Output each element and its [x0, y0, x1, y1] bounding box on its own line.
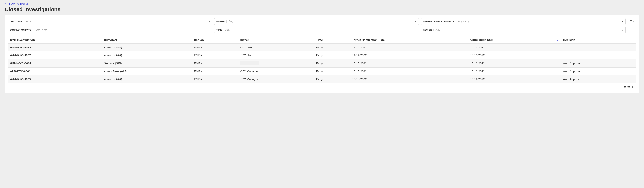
completion-date-cell: 10/12/2022	[468, 75, 561, 83]
time-cell: Early	[314, 75, 350, 83]
table-row: ALB-KYC-0001Almas Bank (ALB)EMEAKYC Mana…	[8, 68, 636, 75]
filter-completion-date[interactable]: COMPLETION DATE Any - Any ▼	[8, 27, 212, 33]
time-cell: Early	[314, 68, 350, 75]
chevron-down-icon: ▼	[208, 29, 210, 31]
decision-cell	[561, 51, 636, 59]
decision-cell	[561, 44, 636, 51]
column-header-completion-date[interactable]: Completion Date ↓	[468, 36, 561, 44]
target-completion-date-cell: 11/12/2022	[350, 51, 468, 59]
filter-owner-value: Any	[228, 20, 415, 23]
filter-target-completion-date-label: TARGET COMPLETION DATE	[423, 20, 456, 22]
owner-cell: KYC User	[238, 44, 314, 51]
filter-time-label: TIME	[216, 29, 224, 31]
customer-link[interactable]: Almach (AAA)	[102, 75, 192, 83]
table-footer: 5 items	[8, 83, 636, 90]
kyc-investigation-link[interactable]: AAA-KYC-0007	[8, 51, 102, 59]
column-header-target-completion-date[interactable]: Target Completion Date	[350, 36, 468, 44]
time-cell: Early	[314, 44, 350, 51]
redacted-value	[240, 61, 259, 65]
filter-region-label: REGION	[423, 29, 434, 31]
filter-owner[interactable]: OWNER Any ▼	[214, 18, 419, 25]
chevron-down-icon: ▼	[415, 29, 417, 31]
region-cell: EMEA	[192, 51, 238, 59]
completion-date-cell: 10/12/2022	[468, 68, 561, 75]
back-link-label: Back To Trends	[9, 2, 28, 5]
region-cell: EMEA	[192, 59, 238, 68]
column-header-customer[interactable]: Customer	[102, 36, 192, 44]
kyc-investigation-link[interactable]: AAA-KYC-0013	[8, 44, 102, 51]
table-item-suffix: items	[626, 85, 634, 88]
filter-customer[interactable]: CUSTOMER Any ▼	[8, 18, 212, 25]
filter-customer-value: Any	[26, 20, 208, 23]
time-cell: Early	[314, 59, 350, 68]
column-header-time[interactable]: Time	[314, 36, 350, 44]
target-completion-date-cell: 10/15/2022	[350, 68, 468, 75]
investigations-panel: CUSTOMER Any ▼ OWNER Any ▼ TARGET COMPLE…	[5, 15, 639, 93]
owner-cell	[238, 59, 314, 68]
table-row: AAA-KYC-0005Almach (AAA)EMEAKYC ManagerE…	[8, 75, 636, 83]
investigations-table: KYC Investigation Customer Region Owner …	[8, 36, 636, 83]
completion-date-cell: 10/13/2022	[468, 44, 561, 51]
kyc-investigation-link[interactable]: AAA-KYC-0005	[8, 75, 102, 83]
customer-link[interactable]: Almach (AAA)	[102, 51, 192, 59]
chevron-down-icon: ▼	[208, 20, 210, 22]
region-cell: EMEA	[192, 44, 238, 51]
column-header-decision[interactable]: Decision	[561, 36, 636, 44]
chevron-down-icon: ▼	[622, 29, 624, 31]
sort-desc-icon: ↓	[557, 38, 558, 41]
kyc-investigation-link[interactable]: GEM-KYC-0001	[8, 59, 102, 68]
column-header-kyc[interactable]: KYC Investigation	[8, 36, 102, 44]
filter-target-completion-date[interactable]: TARGET COMPLETION DATE Any - Any ▼	[421, 18, 626, 25]
owner-cell: KYC User	[238, 51, 314, 59]
filter-time-value: Any	[226, 28, 415, 31]
filter-region[interactable]: REGION Any ▼	[421, 27, 626, 33]
customer-link[interactable]: Almach (AAA)	[102, 44, 192, 51]
table-row: GEM-KYC-0001Gemma (GEM)EMEAEarly10/15/20…	[8, 59, 636, 68]
table-row: AAA-KYC-0007Almach (AAA)EMEAKYC UserEarl…	[8, 51, 636, 59]
chevron-down-icon: ▼	[415, 20, 417, 22]
kyc-investigation-link[interactable]: ALB-KYC-0001	[8, 68, 102, 75]
completion-date-cell: 10/12/2022	[468, 59, 561, 68]
table-header-row: KYC Investigation Customer Region Owner …	[8, 36, 636, 44]
filter-target-completion-date-value: Any - Any	[458, 20, 622, 23]
filter-customer-label: CUSTOMER	[10, 20, 24, 22]
filters-bar: CUSTOMER Any ▼ OWNER Any ▼ TARGET COMPLE…	[8, 18, 636, 33]
owner-cell: KYC Manager	[238, 68, 314, 75]
target-completion-date-cell: 11/12/2022	[350, 44, 468, 51]
filter-owner-label: OWNER	[216, 20, 226, 22]
region-cell: EMEA	[192, 68, 238, 75]
decision-cell: Auto Approved	[561, 75, 636, 83]
back-to-trends-link[interactable]: ← Back To Trends	[5, 2, 28, 5]
table-item-count: 5	[624, 85, 626, 88]
arrow-left-icon: ←	[5, 2, 8, 5]
funnel-icon	[630, 20, 632, 23]
filter-region-value: Any	[436, 28, 622, 31]
decision-cell: Auto Approved	[561, 68, 636, 75]
table-row: AAA-KYC-0013Almach (AAA)EMEAKYC UserEarl…	[8, 44, 636, 51]
filter-time[interactable]: TIME Any ▼	[214, 27, 419, 33]
customer-link[interactable]: Almas Bank (ALB)	[102, 68, 192, 75]
time-cell: Early	[314, 51, 350, 59]
filter-completion-date-label: COMPLETION DATE	[10, 29, 33, 31]
page-title: Closed Investigations	[5, 6, 639, 12]
chevron-down-icon: ▼	[622, 20, 624, 22]
column-header-owner[interactable]: Owner	[238, 36, 314, 44]
filter-menu-button[interactable]: ▼	[628, 18, 636, 25]
target-completion-date-cell: 10/15/2022	[350, 75, 468, 83]
column-header-region[interactable]: Region	[192, 36, 238, 44]
owner-cell: KYC Manager	[238, 75, 314, 83]
filter-completion-date-value: Any - Any	[35, 28, 208, 31]
customer-link[interactable]: Gemma (GEM)	[102, 59, 192, 68]
chevron-down-icon: ▼	[633, 20, 635, 22]
target-completion-date-cell: 10/15/2022	[350, 59, 468, 68]
column-header-completion-date-label: Completion Date	[470, 38, 493, 41]
region-cell: EMEA	[192, 75, 238, 83]
completion-date-cell: 10/13/2022	[468, 51, 561, 59]
decision-cell: Auto Approved	[561, 59, 636, 68]
